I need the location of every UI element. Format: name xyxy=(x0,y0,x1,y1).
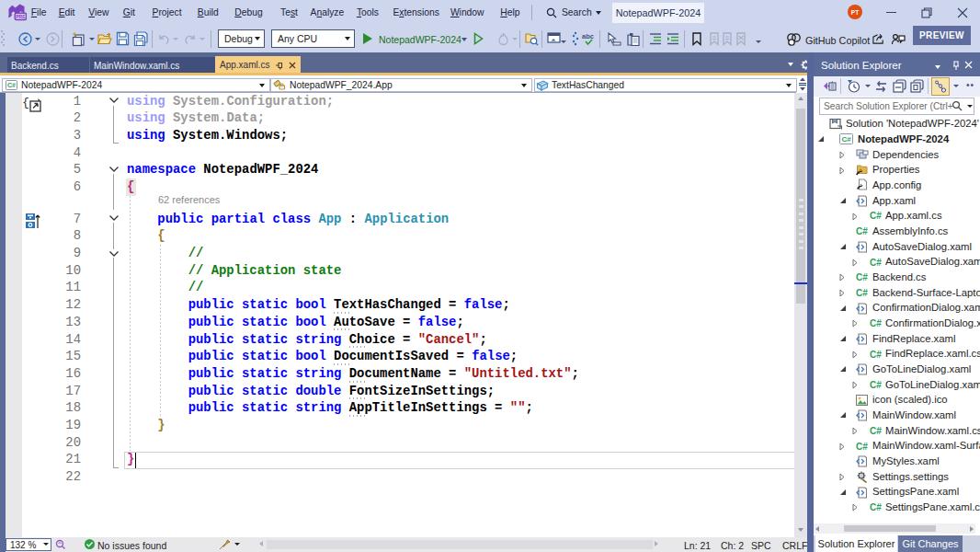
svg-text:C#: C# xyxy=(856,441,868,451)
svg-text:C#: C# xyxy=(870,349,882,359)
svg-text:C#: C# xyxy=(7,82,16,88)
svg-text:C#: C# xyxy=(870,211,882,221)
svg-text:C#: C# xyxy=(856,226,868,236)
svg-text:C#: C# xyxy=(856,287,868,297)
svg-text:C#: C# xyxy=(870,379,882,389)
svg-text:C#: C# xyxy=(870,502,882,512)
svg-text:C#: C# xyxy=(870,257,882,267)
svg-text:C#: C# xyxy=(870,425,882,435)
svg-text:C#: C# xyxy=(841,135,851,144)
svg-text:C#: C# xyxy=(856,272,868,282)
svg-text:abc: abc xyxy=(582,32,594,40)
svg-text:PRE: PRE xyxy=(16,14,26,19)
svg-text:C#: C# xyxy=(870,318,882,328)
